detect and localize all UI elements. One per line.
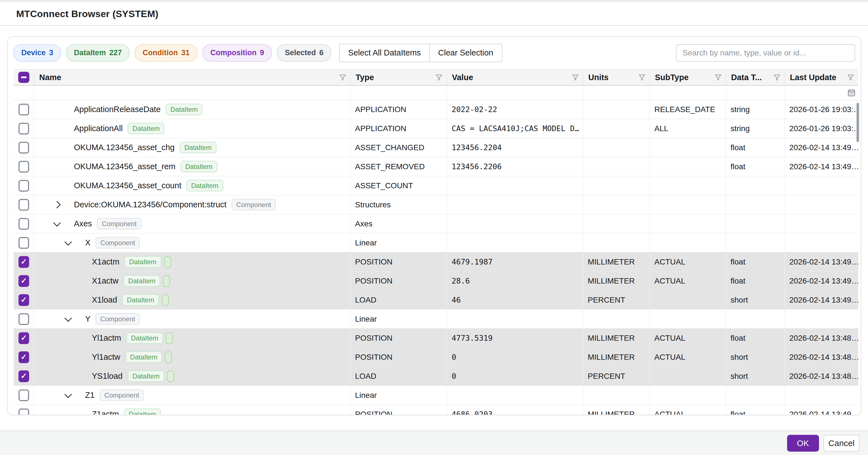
row-checkbox[interactable]: ✓ [19, 256, 29, 268]
row-checkbox[interactable] [19, 390, 29, 401]
datatype-cell: short [726, 348, 785, 367]
table-row: OKUMA.123456_asset_rem DataItem ASSET_RE… [14, 157, 858, 176]
filter-funnel-icon[interactable] [714, 73, 722, 82]
row-checkbox[interactable] [19, 199, 29, 211]
clear-selection-button[interactable]: Clear Selection [430, 44, 502, 62]
name-cell: Yl1actm DataItem [34, 329, 350, 348]
item-name: Yl1actw [92, 352, 120, 362]
filter-pill-condition[interactable]: Condition 31 [135, 44, 197, 62]
row-checkbox[interactable] [19, 142, 29, 153]
tree-toggle[interactable] [65, 393, 85, 398]
ok-button[interactable]: OK [787, 435, 819, 452]
mini-green-tag [162, 294, 169, 306]
select-all-dataitems-button[interactable]: Select All DataItems [340, 44, 430, 62]
row-checkbox[interactable] [19, 161, 29, 173]
chevron-icon [64, 238, 72, 246]
filter-funnel-icon[interactable] [773, 73, 781, 82]
filter-funnel-icon[interactable] [638, 73, 646, 82]
mini-green-tag [164, 256, 171, 268]
row-checkbox[interactable]: ✓ [19, 332, 29, 344]
top-strip [0, 0, 868, 2]
item-name: OKUMA.123456_asset_chg [74, 143, 175, 152]
row-checkbox[interactable] [19, 104, 29, 115]
table-body: ApplicationReleaseDate DataItem APPLICAT… [14, 100, 858, 415]
subtype-cell: ACTUAL [650, 405, 726, 415]
item-name: Yl1actm [92, 333, 121, 343]
row-checkbox[interactable]: ✓ [19, 294, 29, 306]
units-cell: PERCENT [583, 367, 650, 386]
name-cell: Z1 Component [34, 386, 350, 405]
filter-cell[interactable] [14, 86, 34, 100]
item-name: Device:OKUMA.123456/Component:struct [74, 200, 226, 209]
row-checkbox[interactable] [19, 123, 29, 135]
filter-cell-subtype[interactable] [650, 86, 726, 100]
category-badge: Component [95, 237, 140, 249]
type-cell: Axes [350, 214, 447, 233]
filter-funnel-icon[interactable] [435, 73, 443, 82]
row-checkbox-cell [14, 214, 34, 233]
tree-toggle[interactable] [54, 202, 74, 207]
vertical-scrollbar-thumb[interactable] [857, 103, 859, 142]
row-checkbox[interactable] [19, 237, 29, 249]
datatype-cell: string [726, 119, 785, 138]
filter-cell-units[interactable] [583, 86, 650, 100]
table-row: Z1 Component Linear [14, 386, 858, 405]
header-cell-subtype: SubType [650, 69, 726, 85]
lastupdate-cell: 2026-02-14 13:48… [785, 367, 858, 386]
filter-funnel-icon[interactable] [339, 73, 347, 82]
filter-pill-dataitem[interactable]: DataItem 227 [66, 44, 130, 62]
item-name: ApplicationAll [74, 124, 123, 133]
row-checkbox[interactable]: ✓ [19, 351, 29, 363]
tree-toggle[interactable] [65, 316, 85, 322]
datatype-cell [726, 310, 785, 329]
filter-cell-type[interactable] [350, 86, 447, 100]
row-checkbox[interactable] [19, 313, 29, 325]
search-input[interactable] [676, 44, 855, 62]
category-badge: DataItem [186, 180, 223, 192]
filter-funnel-icon[interactable] [571, 73, 580, 82]
datatype-cell [726, 233, 785, 252]
filter-pill-composition[interactable]: Composition 9 [203, 44, 272, 62]
filter-cell-lastupdate[interactable] [785, 86, 858, 100]
datatype-cell [726, 386, 785, 405]
select-all-checkbox[interactable] [18, 72, 29, 83]
row-checkbox[interactable]: ✓ [19, 275, 29, 287]
dataitem-table: Name Type Value Units SubType [14, 69, 858, 415]
row-checkbox[interactable]: ✓ [19, 370, 29, 382]
row-checkbox[interactable] [19, 218, 29, 230]
filter-pill-device[interactable]: Device 3 [13, 44, 61, 62]
title-bar: MTConnect Browser (SYSTEM) [0, 2, 868, 26]
selection-button-group: Select All DataItems Clear Selection [339, 44, 502, 62]
calendar-icon[interactable] [847, 88, 856, 97]
tree-toggle[interactable] [65, 240, 85, 246]
type-cell: POSITION [350, 252, 447, 272]
check-icon: ✓ [21, 352, 27, 362]
row-checkbox-cell [14, 386, 34, 405]
tree-toggle[interactable] [54, 221, 74, 226]
row-checkbox[interactable] [19, 408, 29, 415]
name-cell: Z1actm DataItem [34, 405, 350, 415]
column-label: Name [39, 73, 339, 82]
type-cell: ASSET_CHANGED [350, 138, 447, 157]
category-badge: DataItem [181, 161, 217, 173]
mini-green-tag [165, 351, 172, 363]
filter-cell-datatype[interactable] [726, 86, 785, 100]
name-cell: OKUMA.123456_asset_rem DataItem [34, 157, 350, 176]
filter-cell-value[interactable] [447, 86, 583, 100]
type-cell: POSITION [350, 329, 447, 348]
value-cell: 0 [447, 367, 583, 386]
toolbar: Device 3 DataItem 227 Condition 31 Compo… [8, 37, 861, 69]
item-name: YS1load [92, 371, 123, 381]
filter-pill-selected[interactable]: Selected 6 [277, 44, 331, 62]
row-checkbox[interactable] [19, 180, 29, 192]
table-row: Y Component Linear [14, 310, 858, 329]
type-cell: POSITION [350, 405, 447, 415]
filter-funnel-icon[interactable] [846, 73, 855, 82]
item-name: Z1 [85, 391, 95, 400]
chevron-icon [53, 201, 61, 208]
pill-label: Selected [285, 49, 316, 57]
filter-cell-name[interactable] [34, 86, 350, 100]
category-badge: DataItem [124, 256, 161, 268]
name-cell: Y Component [34, 310, 350, 329]
cancel-button[interactable]: Cancel [824, 435, 860, 452]
